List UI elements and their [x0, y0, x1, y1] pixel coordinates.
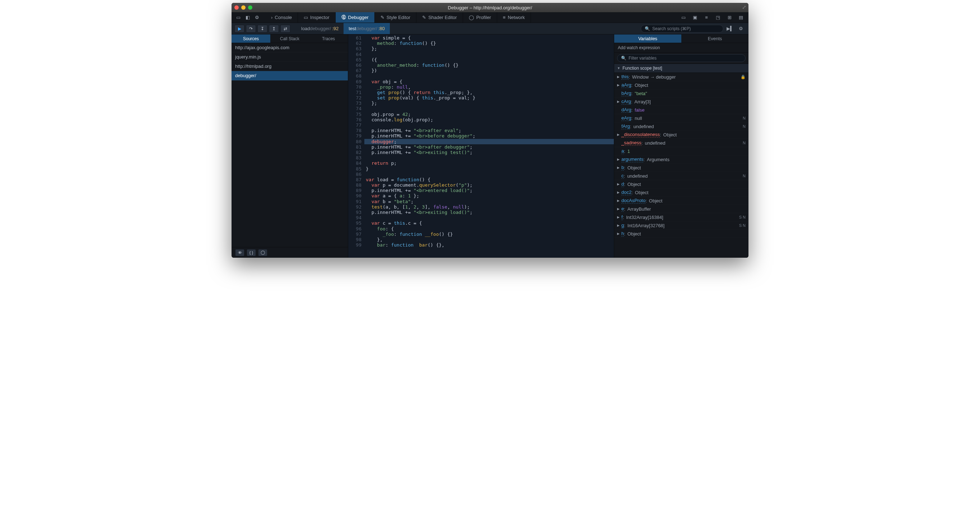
close-window-button[interactable] — [234, 5, 239, 10]
tool-tab-profiler[interactable]: ◯Profiler — [463, 12, 497, 22]
variable-row[interactable]: ▶aArg:Object — [614, 81, 748, 89]
minimize-window-button[interactable] — [241, 5, 245, 10]
tool-tab-shader-editor[interactable]: ✎Shader Editor — [417, 12, 463, 22]
variable-row[interactable]: a:1 — [614, 147, 748, 155]
code-line[interactable]: var load = function() { — [364, 177, 614, 182]
variable-row[interactable]: ▶g:Int16Array[32768]S N — [614, 221, 748, 230]
variable-row[interactable]: bArg:"beta" — [614, 89, 748, 98]
code-line[interactable]: get prop() { return this._prop; }, — [364, 90, 614, 95]
code-line[interactable]: bar: function bar() {}, — [364, 242, 614, 248]
toolbox-icon[interactable]: ▤ — [737, 14, 745, 21]
variable-row[interactable]: ▶arguments:Arguments — [614, 155, 748, 164]
code-line[interactable]: } — [364, 166, 614, 172]
variable-row[interactable]: ▶this:Window → debugger🔒 — [614, 73, 748, 81]
code-line[interactable]: var a = { a: 1 }; — [364, 193, 614, 199]
source-item[interactable]: http://ajax.googleapis.com — [232, 43, 348, 53]
code-line[interactable]: console.log(obj.prop); — [364, 117, 614, 123]
code-line[interactable]: method: function() {} — [364, 41, 614, 46]
code-line[interactable]: p.innerHTML += "<br>entered load()"; — [364, 188, 614, 193]
responsive-mode-icon[interactable]: ▣ — [691, 14, 699, 21]
blackbox-circle-icon[interactable]: ◯ — [258, 249, 267, 256]
paintbrush-icon[interactable]: ≡ — [703, 14, 710, 21]
code-line[interactable]: _prop: null, — [364, 84, 614, 90]
code-line[interactable]: _foo: function __foo() {} — [364, 231, 614, 237]
tool-tab-style-editor[interactable]: ✎Style Editor — [375, 12, 417, 22]
varpanel-tab-variables[interactable]: Variables — [614, 35, 681, 43]
code-line[interactable]: var b = "beta"; — [364, 199, 614, 204]
code-line[interactable]: p.innerHTML += "<br>exiting test()"; — [364, 150, 614, 155]
step-out-button[interactable]: ↥ — [269, 25, 279, 33]
split-console-icon[interactable]: ▭ — [679, 14, 687, 21]
scope-header[interactable]: ▼ Function scope [test] — [614, 64, 748, 73]
code-line[interactable] — [364, 123, 614, 128]
watch-eye-icon[interactable]: 👁 — [235, 249, 245, 256]
variable-row[interactable]: c:undefinedN — [614, 172, 748, 180]
code-line[interactable] — [364, 155, 614, 161]
variable-row[interactable]: ▶f:Int32Array[16384]S N — [614, 213, 748, 221]
step-in-button[interactable]: ↧ — [258, 25, 267, 33]
code-line[interactable]: foo: { — [364, 226, 614, 231]
code-line[interactable] — [364, 52, 614, 57]
variable-row[interactable]: ▶_disconsolateness:Object — [614, 131, 748, 139]
code-line[interactable] — [364, 172, 614, 177]
code-line[interactable]: p.innerHTML += "<br>exiting load()"; — [364, 210, 614, 215]
stack-frame[interactable]: test debugger/:80 — [344, 23, 390, 34]
stack-frame[interactable]: load debugger/:92 — [296, 23, 344, 34]
tool-tab-debugger[interactable]: ⓸Debugger — [336, 12, 375, 22]
code-line[interactable]: }, — [364, 237, 614, 242]
step-over-button[interactable]: ↷ — [246, 25, 256, 33]
code-line[interactable]: return p; — [364, 161, 614, 166]
prettyprint-braces-icon[interactable]: { } — [247, 249, 256, 256]
tool-tab-inspector[interactable]: ▭Inspector — [298, 12, 335, 22]
code-line[interactable]: debugger; — [364, 139, 614, 144]
code-line[interactable]: }; — [364, 100, 614, 106]
dock-bottom-icon[interactable]: ◧ — [244, 14, 251, 21]
variable-row[interactable]: fArg:undefinedN — [614, 123, 748, 131]
search-scripts-input[interactable]: 🔍 Search scripts (⌘P) — [641, 25, 723, 33]
variable-row[interactable]: _sadness:undefinedN — [614, 139, 748, 147]
add-watch-expression[interactable]: Add watch expression — [614, 43, 748, 53]
tool-tab-network[interactable]: ≡Network — [497, 12, 531, 22]
source-item[interactable]: http://htmlpad.org — [232, 62, 348, 71]
variable-row[interactable]: ▶docAsProto:Object — [614, 197, 748, 205]
code-line[interactable]: p.innerHTML += "<br>before debugger"; — [364, 133, 614, 139]
sidebar-tab-call-stack[interactable]: Call Stack — [270, 35, 309, 43]
code-line[interactable]: p.innerHTML += "<br>after debugger"; — [364, 144, 614, 150]
storage-icon[interactable]: ◳ — [714, 14, 722, 21]
code-line[interactable]: ({ — [364, 57, 614, 62]
code-line[interactable]: var p = document.querySelector("p"); — [364, 182, 614, 188]
dock-side-icon[interactable]: ▭ — [234, 14, 242, 21]
zoom-window-button[interactable] — [248, 5, 252, 10]
variable-row[interactable]: ▶h:Object — [614, 230, 748, 238]
tool-tab-console[interactable]: ›Console — [264, 12, 298, 22]
code-line[interactable]: p.innerHTML += "<br>after eval"; — [364, 128, 614, 133]
code-line[interactable]: set prop(val) { this._prop = val; } — [364, 95, 614, 100]
code-line[interactable]: var obj = { — [364, 79, 614, 84]
performance-icon[interactable]: ⊞ — [725, 14, 733, 21]
code-line[interactable]: var c = this.c = { — [364, 220, 614, 226]
varpanel-tab-events[interactable]: Events — [681, 35, 748, 43]
code-line[interactable]: obj.prop = 42; — [364, 111, 614, 117]
variable-row[interactable]: ▶d:Object — [614, 180, 748, 188]
variable-row[interactable]: ▶e:ArrayBuffer — [614, 205, 748, 213]
filter-variables-input[interactable]: 🔍 Filter variables — [617, 54, 746, 62]
source-item[interactable]: jquery.min.js — [232, 53, 348, 62]
code-line[interactable]: another_method: function() {} — [364, 62, 614, 68]
maximize-icon[interactable]: ⤢ — [742, 4, 746, 10]
variable-row[interactable]: ▶doc2:Object — [614, 188, 748, 197]
toggle-pane-button[interactable]: ▶▍ — [726, 25, 734, 32]
code-line[interactable] — [364, 73, 614, 79]
code-line[interactable] — [364, 106, 614, 111]
variable-row[interactable]: ▶cArg:Array[3] — [614, 98, 748, 106]
toggle-breakpoints-button[interactable]: ⇄ — [280, 25, 290, 33]
variable-row[interactable]: dArg:false — [614, 106, 748, 114]
resume-button[interactable]: ▶ — [234, 25, 245, 33]
code-editor[interactable]: 6162636465666768697071727374757677787980… — [348, 35, 614, 258]
sidebar-tab-sources[interactable]: Sources — [232, 35, 270, 43]
variable-row[interactable]: ▶b:Object — [614, 164, 748, 172]
code-line[interactable]: var simple = { — [364, 35, 614, 41]
debugger-settings-gear-icon[interactable]: ⚙ — [737, 25, 745, 32]
code-line[interactable]: test(a, b, [1, 2, 3], false, null); — [364, 204, 614, 210]
variable-row[interactable]: eArg:nullN — [614, 114, 748, 123]
source-item[interactable]: debugger/ — [232, 71, 348, 80]
